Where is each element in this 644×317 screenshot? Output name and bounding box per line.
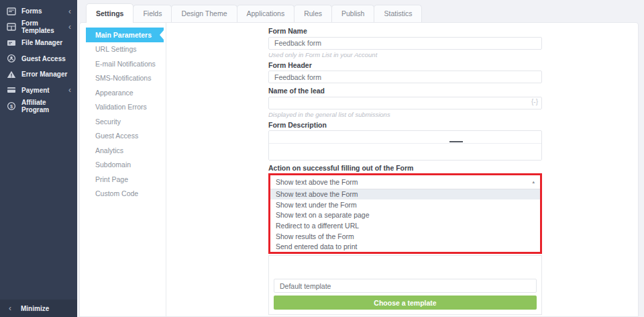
sidebar-item-forms[interactable]: Forms ‹ xyxy=(0,3,77,19)
tab-label: Publish xyxy=(341,9,364,17)
tab-publish[interactable]: Publish xyxy=(331,5,374,22)
form-header-input[interactable] xyxy=(268,71,542,83)
affiliate-program-icon: $ xyxy=(7,101,16,111)
settings-menu: Main Parameters URL Settings E-mail Noti… xyxy=(86,28,164,316)
sidebar-item-file-manager[interactable]: File Manager xyxy=(0,35,77,51)
option-send-entered-data-print[interactable]: Send entered data to print xyxy=(270,241,540,252)
menu-item-url-settings[interactable]: URL Settings xyxy=(86,42,164,57)
tab-label: Applications xyxy=(247,9,285,17)
sidebar-item-label: Affiliate Program xyxy=(21,99,71,114)
action-dropdown-option-label: Show results of the Form xyxy=(276,232,354,240)
form-name-helper: Used only in Form List in your Account xyxy=(268,52,542,58)
settings-menu-item-label: Security xyxy=(95,118,121,126)
action-label: Action on successful filling out of the … xyxy=(268,165,542,171)
settings-card: Main Parameters URL Settings E-mail Noti… xyxy=(79,22,639,317)
action-select[interactable]: Show text above the Form ▴ xyxy=(270,175,540,189)
action-dropdown-option-label: Show text above the Form xyxy=(276,190,358,198)
lead-name-input[interactable] xyxy=(268,97,542,109)
lead-name-input-wrap: {-} xyxy=(268,96,542,109)
sidebar-item-label: Form Templates xyxy=(21,19,68,34)
sidebar-item-label: Guest Access xyxy=(21,55,66,62)
form-name-input[interactable] xyxy=(268,37,542,50)
tab-label: Design Theme xyxy=(181,9,227,17)
choose-template-button[interactable]: Choose a template xyxy=(274,296,537,310)
settings-menu-item-label: Validation Errors xyxy=(95,103,147,111)
chevron-left-icon: ‹ xyxy=(68,7,71,16)
chevron-left-icon: ‹ xyxy=(9,304,11,313)
description-editor xyxy=(268,130,542,161)
menu-item-guest-access[interactable]: Guest Access xyxy=(86,129,164,144)
tab-bar: Settings Fields Design Theme Application… xyxy=(86,3,639,22)
sidebar-item-payment[interactable]: Payment ‹ xyxy=(0,83,77,99)
menu-item-subdomain[interactable]: Subdomain xyxy=(86,158,164,173)
svg-text:$: $ xyxy=(10,103,13,109)
forms-icon xyxy=(7,7,16,16)
editor-text-color-button[interactable] xyxy=(449,132,463,142)
menu-item-main-parameters[interactable]: Main Parameters xyxy=(86,28,164,42)
settings-content: Form Name Used only in Form List in your… xyxy=(166,23,638,316)
settings-menu-item-label: Appearance xyxy=(95,89,133,97)
option-show-results-of-form[interactable]: Show results of the Form xyxy=(270,231,540,242)
action-dropdown-option-label: Redirect to a different URL xyxy=(276,222,359,230)
sidebar-item-error-manager[interactable]: Error Manager xyxy=(0,66,77,83)
payment-icon xyxy=(7,85,16,95)
lead-name-label: Name of the lead xyxy=(268,87,542,94)
sidebar-nav: Forms ‹ Form Templates ‹ File Manager Gu… xyxy=(0,3,77,114)
tab-label: Fields xyxy=(143,9,162,17)
menu-item-security[interactable]: Security xyxy=(86,114,164,129)
settings-menu-item-label: Analytics xyxy=(95,146,123,154)
sidebar-item-guest-access[interactable]: Guest Access xyxy=(0,51,77,67)
settings-menu-item-label: Print Page xyxy=(95,175,128,183)
tab-label: Rules xyxy=(304,9,322,17)
tab-rules[interactable]: Rules xyxy=(294,5,332,22)
main-area: Settings Fields Design Theme Application… xyxy=(77,0,644,317)
menu-item-analytics[interactable]: Analytics xyxy=(86,143,164,158)
app-window: Forms ‹ Form Templates ‹ File Manager Gu… xyxy=(0,0,644,317)
sidebar-item-label: Error Manager xyxy=(21,71,67,78)
chevron-up-icon: ▴ xyxy=(532,179,535,185)
option-show-text-above-form[interactable]: Show text above the Form xyxy=(270,189,540,200)
description-editor-body[interactable] xyxy=(269,144,541,160)
action-dropdown-list: Show text above the Form Show text under… xyxy=(270,189,540,253)
tab-label: Statistics xyxy=(384,9,412,17)
chevron-left-icon: ‹ xyxy=(68,85,71,95)
option-redirect-different-url[interactable]: Redirect to a different URL xyxy=(270,220,540,231)
form-templates-icon xyxy=(7,22,16,32)
menu-item-sms-notifications[interactable]: SMS-Notifications xyxy=(86,71,164,86)
sidebar-item-label: Forms xyxy=(21,7,42,15)
form-header-label: Form Header xyxy=(268,62,542,69)
settings-menu-item-label: Guest Access xyxy=(95,132,138,140)
action-select-value: Show text above the Form xyxy=(276,178,358,186)
action-dropdown-option-label: Send entered data to print xyxy=(276,242,357,251)
tab-statistics[interactable]: Statistics xyxy=(374,5,422,22)
sidebar-item-affiliate-program[interactable]: $ Affiliate Program xyxy=(0,98,77,114)
guest-access-icon xyxy=(7,54,16,63)
file-manager-icon xyxy=(7,38,16,48)
tab-applications[interactable]: Applications xyxy=(237,5,295,22)
option-show-text-under-form[interactable]: Show text under the Form xyxy=(270,199,540,210)
tab-design-theme[interactable]: Design Theme xyxy=(171,5,237,22)
success-text-area[interactable] xyxy=(274,256,537,279)
error-manager-icon xyxy=(7,70,16,79)
sidebar-item-form-templates[interactable]: Form Templates ‹ xyxy=(0,19,77,36)
menu-item-custom-code[interactable]: Custom Code xyxy=(86,187,164,201)
sidebar-item-label: File Manager xyxy=(21,39,62,46)
tab-settings[interactable]: Settings xyxy=(86,3,133,23)
settings-menu-item-label: Custom Code xyxy=(95,189,138,197)
insert-variable-button[interactable]: {-} xyxy=(531,98,538,105)
menu-item-appearance[interactable]: Appearance xyxy=(86,85,164,100)
minimize-button[interactable]: ‹ Minimize xyxy=(0,300,77,317)
lead-name-helper: Displayed in the general list of submiss… xyxy=(268,111,542,118)
form-name-label: Form Name xyxy=(268,28,542,34)
template-name-input[interactable] xyxy=(274,279,537,293)
main-sidebar: Forms ‹ Form Templates ‹ File Manager Gu… xyxy=(0,0,77,317)
option-show-text-separate-page[interactable]: Show text on a separate page xyxy=(270,210,540,221)
menu-item-print-page[interactable]: Print Page xyxy=(86,172,164,187)
chevron-left-icon: ‹ xyxy=(68,22,71,32)
settings-menu-item-label: Subdomain xyxy=(95,161,131,169)
form-description-label: Form Description xyxy=(268,122,542,128)
menu-item-validation-errors[interactable]: Validation Errors xyxy=(86,100,164,115)
tab-fields[interactable]: Fields xyxy=(133,5,172,22)
menu-item-email-notifications[interactable]: E-mail Notifications xyxy=(86,56,164,71)
settings-menu-item-label: SMS-Notifications xyxy=(95,74,151,82)
